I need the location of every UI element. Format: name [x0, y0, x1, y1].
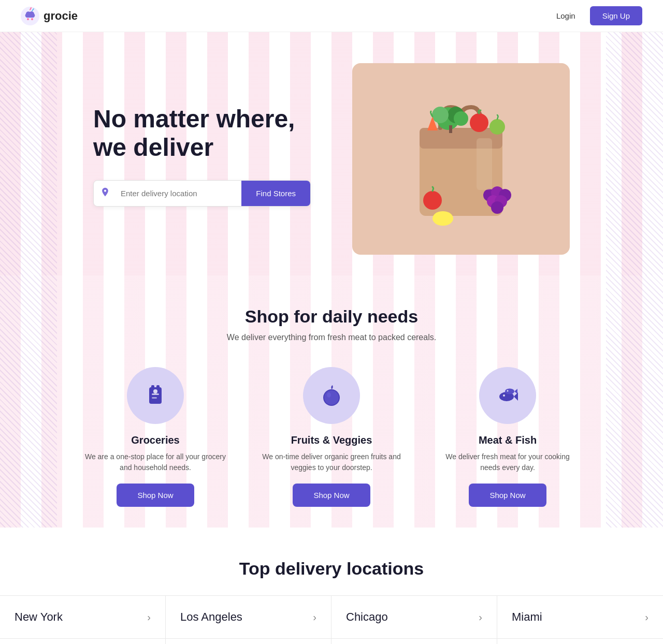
svg-point-33	[503, 394, 505, 397]
meat-fish-card-desc: We deliver fresh meat for your cooking n…	[435, 451, 580, 473]
svg-point-30	[327, 392, 331, 398]
hero-left: No matter where, we deliver Find Stores	[93, 63, 352, 207]
svg-point-34	[505, 389, 514, 394]
location-item[interactable]: Denver ›	[497, 639, 663, 644]
fruits-veggies-card-title: Fruits & Veggies	[291, 434, 372, 446]
svg-rect-26	[152, 397, 157, 399]
category-cards: Groceries We are a one-stop place for al…	[21, 367, 642, 507]
find-stores-button[interactable]: Find Stores	[241, 181, 310, 206]
svg-point-7	[432, 107, 449, 123]
hero-heading: No matter where, we deliver	[93, 105, 332, 162]
location-name: New York	[15, 610, 63, 624]
groceries-icon-circle	[127, 367, 184, 424]
fruits-veggies-icon	[318, 382, 345, 409]
grocery-bag-illustration	[394, 81, 528, 237]
logo-icon	[21, 7, 39, 25]
svg-point-10	[470, 113, 488, 132]
svg-point-20	[433, 211, 453, 226]
groceries-shop-now-button[interactable]: Shop Now	[117, 484, 194, 507]
groceries-icon	[142, 382, 169, 409]
meat-fish-icon-circle	[479, 367, 536, 424]
chevron-right-icon: ›	[479, 611, 482, 623]
hero-section: No matter where, we deliver Find Stores	[0, 32, 663, 275]
location-item[interactable]: San Jose ›	[166, 639, 332, 644]
location-name: Miami	[512, 610, 542, 624]
location-item[interactable]: Miami ›	[497, 596, 663, 639]
svg-point-8	[454, 111, 468, 126]
meat-fish-icon	[494, 382, 521, 409]
meat-fish-shop-now-button[interactable]: Shop Now	[469, 484, 546, 507]
daily-needs-section: Shop for daily needs We deliver everythi…	[0, 275, 663, 528]
logo[interactable]: grocie	[21, 7, 78, 25]
daily-needs-subtitle: We deliver everything from fresh meat to…	[21, 333, 642, 342]
location-icon	[94, 187, 117, 200]
location-item[interactable]: Seattle ›	[332, 639, 497, 644]
location-item[interactable]: New York ›	[0, 596, 166, 639]
navbar: grocie Login Sign Up	[0, 0, 663, 32]
chevron-right-icon: ›	[147, 611, 151, 623]
meat-fish-card-title: Meat & Fish	[479, 434, 537, 446]
svg-marker-35	[514, 389, 517, 394]
fruits-veggies-icon-circle	[303, 367, 360, 424]
fruits-veggies-shop-now-button[interactable]: Shop Now	[293, 484, 370, 507]
groceries-card-desc: We are a one-stop place for all your gro…	[83, 451, 228, 473]
signup-button[interactable]: Sign Up	[590, 6, 642, 25]
svg-point-27	[153, 389, 157, 393]
location-name: Los Angeles	[180, 610, 242, 624]
locations-section: Top delivery locations New York › Los An…	[0, 528, 663, 644]
groceries-card-title: Groceries	[131, 434, 179, 446]
svg-rect-9	[449, 125, 452, 133]
fruits-veggies-card-desc: We on-time deliver organic green fruits …	[259, 451, 404, 473]
svg-point-19	[423, 191, 442, 210]
search-input[interactable]	[117, 181, 241, 206]
hero-hatch-right	[606, 32, 663, 275]
svg-rect-21	[477, 138, 492, 190]
svg-point-18	[491, 201, 503, 214]
login-button[interactable]: Login	[548, 7, 584, 24]
locations-grid: New York › Los Angeles › Chicago › Miami…	[0, 595, 663, 644]
hero-heading-line2: we deliver	[93, 134, 213, 161]
fruits-veggies-card: Fruits & Veggies We on-time deliver orga…	[259, 367, 404, 507]
location-name: Chicago	[346, 610, 388, 624]
svg-rect-24	[156, 385, 160, 389]
svg-point-12	[489, 119, 505, 135]
hero-right	[352, 63, 570, 255]
svg-point-36	[507, 390, 509, 392]
location-item[interactable]: Los Angeles ›	[166, 596, 332, 639]
svg-point-1	[27, 18, 29, 20]
chevron-right-icon: ›	[645, 611, 648, 623]
svg-rect-23	[151, 385, 154, 389]
nav-actions: Login Sign Up	[548, 6, 642, 25]
svg-point-2	[31, 18, 33, 20]
location-item[interactable]: Dallas ›	[0, 639, 166, 644]
svg-rect-25	[152, 393, 159, 395]
logo-text: grocie	[44, 9, 78, 23]
meat-fish-card: Meat & Fish We deliver fresh meat for yo…	[435, 367, 580, 507]
svg-point-29	[324, 390, 339, 405]
hero-image	[352, 63, 570, 255]
hero-hatch-left	[0, 32, 57, 275]
hero-search-bar: Find Stores	[93, 180, 311, 207]
daily-needs-title: Shop for daily needs	[21, 306, 642, 327]
locations-title: Top delivery locations	[0, 559, 663, 579]
hero-heading-line1: No matter where,	[93, 105, 295, 133]
chevron-right-icon: ›	[313, 611, 316, 623]
location-item[interactable]: Chicago ›	[332, 596, 497, 639]
groceries-card: Groceries We are a one-stop place for al…	[83, 367, 228, 507]
